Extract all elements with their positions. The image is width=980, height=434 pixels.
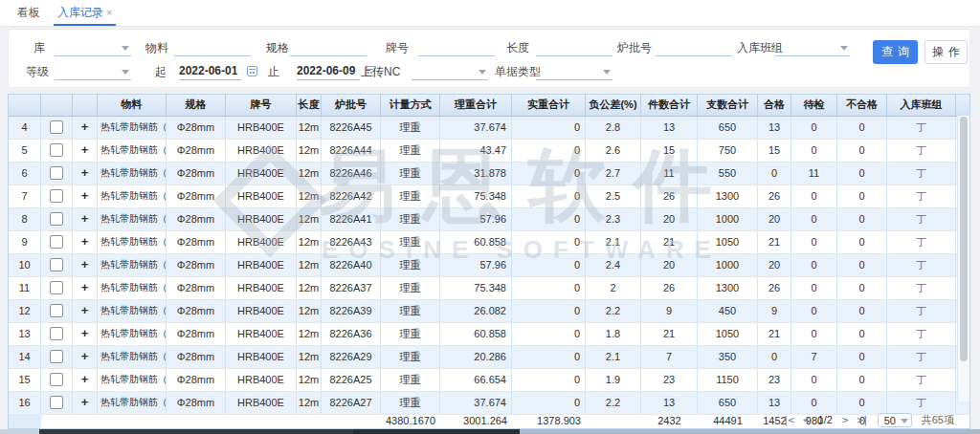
cell-material: 热轧带肋钢筋（抗震） <box>98 346 167 368</box>
expand-row-icon[interactable]: + <box>81 303 89 317</box>
page-size-select[interactable]: 50 <box>878 413 912 427</box>
material-input[interactable] <box>174 39 251 56</box>
warehouse-filter-label: 库 <box>33 39 45 56</box>
cell-bars-total: 1050 <box>698 323 758 345</box>
cell-pending: 0 <box>791 231 837 253</box>
summary-select <box>41 415 73 428</box>
row-checkbox[interactable] <box>50 258 63 271</box>
next-page-button[interactable]: > <box>842 414 848 426</box>
expand-row-icon[interactable]: + <box>81 211 89 226</box>
date-to-date-field[interactable]: 2022-06-09 <box>297 63 360 80</box>
inbound-team-select[interactable] <box>775 39 850 56</box>
row-checkbox[interactable] <box>50 235 63 249</box>
table-row: 4+热轧带肋钢筋（抗震）Φ28mmHRB400E12m8226A45理重37.6… <box>9 117 969 140</box>
row-checkbox[interactable] <box>50 166 63 180</box>
expand-row-icon[interactable]: + <box>81 142 89 157</box>
cell-row-number: 10 <box>9 254 41 276</box>
expand-row-icon[interactable]: + <box>81 372 89 386</box>
brand-input[interactable] <box>418 39 495 56</box>
cell-bars-total: 1300 <box>698 185 758 207</box>
expand-row-icon[interactable]: + <box>81 257 89 271</box>
upload-nc-select[interactable] <box>412 63 488 80</box>
cell-pending: 0 <box>791 369 837 391</box>
expand-row-icon[interactable]: + <box>81 280 89 294</box>
row-checkbox[interactable] <box>50 373 63 386</box>
cell-length: 12m <box>297 369 322 391</box>
tab-inbound-records[interactable]: 入库记录× <box>54 0 116 26</box>
expand-row-icon[interactable]: + <box>81 165 89 180</box>
expand-row-icon[interactable]: + <box>81 395 89 409</box>
col-header-qualified: 合格 <box>758 95 791 116</box>
row-checkbox[interactable] <box>50 212 63 226</box>
cell-theory-weight-total: 60.858 <box>440 323 512 345</box>
tab-kanban-label: 看板 <box>17 6 40 19</box>
prev-page-button[interactable]: < <box>803 414 809 426</box>
scrollbar-thumb[interactable] <box>960 117 968 361</box>
cell-expand: + <box>73 392 98 414</box>
cell-measure-method: 理重 <box>381 231 440 253</box>
cell-expand: + <box>73 300 98 322</box>
expand-row-icon[interactable]: + <box>81 234 89 249</box>
row-checkbox[interactable] <box>50 396 63 409</box>
summary-actual-weight-total: 1378.903 <box>512 415 586 428</box>
spec-input[interactable] <box>290 39 367 56</box>
row-checkbox[interactable] <box>50 327 63 340</box>
cell-row-number: 11 <box>9 277 41 299</box>
calendar-icon[interactable] <box>247 66 257 76</box>
col-header-actual-weight-total: 实重合计 <box>512 95 586 116</box>
date-from-date-field[interactable]: 2022-06-01 <box>179 63 242 80</box>
col-header-measure-method: 计量方式 <box>381 95 440 116</box>
last-page-button[interactable]: >| <box>858 414 868 426</box>
cell-tolerance: 2 <box>586 277 641 299</box>
cell-unqualified: 0 <box>837 392 887 414</box>
total-items-label: 共65项 <box>922 413 954 427</box>
col-header-select <box>41 95 73 116</box>
inbound-records-table: 物料规格牌号长度炉批号计量方式理重合计实重合计负公差(%)件数合计支数合计合格待… <box>8 94 970 430</box>
warehouse-select[interactable] <box>55 39 131 56</box>
cell-measure-method: 理重 <box>381 185 440 207</box>
cell-expand: + <box>73 254 98 276</box>
table-row: 9+热轧带肋钢筋（抗震）Φ28mmHRB400E12m8226A43理重60.8… <box>9 231 969 254</box>
cell-pending: 0 <box>791 323 837 345</box>
cell-measure-method: 理重 <box>381 254 440 276</box>
chevron-down-icon <box>840 46 848 51</box>
cell-qualified: 13 <box>758 117 791 139</box>
grade-select[interactable] <box>55 63 131 80</box>
cell-bars-total: 350 <box>698 346 758 368</box>
cell-actual-weight-total: 0 <box>512 231 586 253</box>
query-button[interactable]: 查询 <box>873 40 918 64</box>
doc-type-select[interactable] <box>536 63 612 80</box>
cell-measure-method: 理重 <box>381 346 440 368</box>
cell-brand: HRB400E <box>226 254 297 276</box>
row-checkbox[interactable] <box>50 350 63 363</box>
expand-row-icon[interactable]: + <box>81 119 89 134</box>
expand-row-icon[interactable]: + <box>81 188 89 203</box>
row-checkbox[interactable] <box>50 189 63 203</box>
cell-tolerance: 2.2 <box>586 300 641 322</box>
col-header-furnace-batch: 炉批号 <box>322 95 381 116</box>
cell-unqualified: 0 <box>837 277 887 299</box>
tab-close-icon[interactable]: × <box>106 7 112 18</box>
row-checkbox[interactable] <box>50 281 63 294</box>
expand-row-icon[interactable]: + <box>81 326 89 340</box>
furnace-batch-input[interactable] <box>656 39 732 56</box>
summary-spec <box>167 415 226 428</box>
cell-row-number: 6 <box>9 163 41 184</box>
length-input[interactable] <box>536 39 612 56</box>
cell-material: 热轧带肋钢筋（抗震） <box>98 163 167 184</box>
cell-pieces-total: 26 <box>641 277 698 299</box>
cell-pieces-total: 23 <box>641 369 698 391</box>
table-scrollbar[interactable] <box>957 116 969 401</box>
first-page-button[interactable]: |< <box>783 414 793 426</box>
cell-measure-method: 理重 <box>381 300 440 322</box>
cell-furnace-batch: 8226A40 <box>322 254 381 276</box>
cell-brand: HRB400E <box>226 185 297 207</box>
cell-bars-total: 650 <box>698 392 758 414</box>
row-checkbox[interactable] <box>50 304 63 317</box>
row-checkbox[interactable] <box>50 143 63 157</box>
cell-tolerance: 2.7 <box>586 163 641 184</box>
action-button[interactable]: 操作 <box>924 40 968 64</box>
expand-row-icon[interactable]: + <box>81 349 89 363</box>
row-checkbox[interactable] <box>50 120 63 134</box>
tab-kanban[interactable]: 看板 <box>13 0 44 24</box>
